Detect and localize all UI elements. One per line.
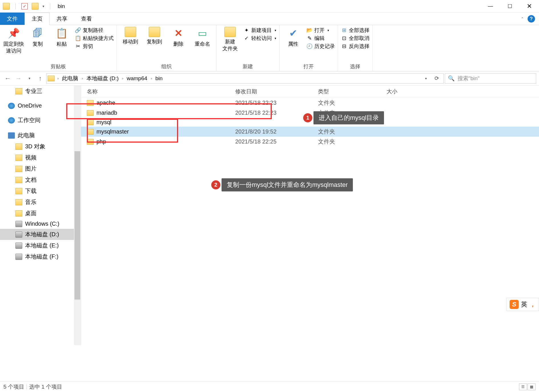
select-none-icon: ⊡ — [341, 35, 347, 41]
recent-dropdown[interactable]: ▾ — [25, 74, 34, 83]
pin-button[interactable]: 📌固定到快 速访问 — [3, 27, 25, 62]
tree-item[interactable]: 专业三 — [0, 86, 81, 97]
forward-button[interactable]: → — [14, 74, 23, 83]
tree-item[interactable]: 3D 对象 — [0, 141, 81, 152]
select-none-button[interactable]: ⊡全部取消 — [341, 35, 369, 42]
annotation-callout: 2 复制一份mysql文件并重命名为mysqlmaster — [222, 178, 353, 191]
select-all-button[interactable]: ⊞全部选择 — [341, 27, 369, 34]
breadcrumb-item[interactable]: wamp64 — [124, 75, 150, 82]
tab-share[interactable]: 共享 — [50, 13, 74, 25]
scrollbar-thumb[interactable] — [75, 151, 80, 300]
tree-item[interactable]: 此电脑 — [0, 130, 81, 141]
tree-item[interactable]: 桌面 — [0, 208, 81, 219]
back-button[interactable]: ← — [3, 74, 13, 83]
help-button[interactable]: ? — [528, 15, 535, 23]
tree-item[interactable]: 本地磁盘 (E:) — [0, 240, 81, 251]
copy-path-button[interactable]: 🔗复制路径 — [75, 27, 114, 34]
folder-icon — [15, 188, 22, 194]
minimize-button[interactable]: — — [481, 0, 500, 13]
tree-item-label: 本地磁盘 (F:) — [25, 253, 59, 260]
address-folder-icon — [48, 76, 55, 81]
qat-divider — [15, 3, 16, 9]
cut-button[interactable]: ✂剪切 — [75, 43, 114, 50]
tab-file[interactable]: 文件 — [0, 13, 25, 25]
column-headers[interactable]: 名称 修改日期 类型 大小 — [81, 86, 539, 98]
properties-button[interactable]: ✔属性 — [282, 27, 304, 62]
file-name: php — [96, 138, 106, 145]
folder-icon — [15, 166, 22, 172]
invert-selection-button[interactable]: ⊟反向选择 — [341, 43, 369, 50]
tree-scrollbar[interactable] — [74, 86, 81, 345]
paste-shortcut-button[interactable]: 📋粘贴快捷方式 — [75, 35, 114, 42]
col-date[interactable]: 修改日期 — [235, 88, 318, 95]
tree-item[interactable]: 下载 — [0, 185, 81, 197]
qat-dropdown-icon[interactable]: ▾ — [43, 4, 44, 8]
paste-button[interactable]: 📋粘贴 — [51, 27, 73, 62]
properties-icon: ✔ — [287, 27, 299, 39]
tree-item[interactable]: 视频 — [0, 152, 81, 163]
easy-access-button[interactable]: ✓轻松访问▾ — [243, 35, 276, 42]
ime-lang: 英 — [521, 300, 527, 309]
tab-home[interactable]: 主页 — [25, 13, 50, 25]
rename-button[interactable]: ▭重命名 — [192, 27, 213, 62]
group-label: 选择 — [341, 62, 369, 70]
tree-item[interactable]: Windows (C:) — [0, 219, 81, 229]
breadcrumb-item[interactable]: 本地磁盘 (D:) — [84, 75, 121, 82]
file-row[interactable]: apache2021/5/18 22:23文件夹 — [81, 98, 539, 108]
view-details-button[interactable]: ☰ — [519, 383, 527, 390]
ime-indicator[interactable]: S 英 ， — [506, 298, 539, 311]
col-name[interactable]: 名称 — [87, 88, 235, 95]
copy-to-button[interactable]: 复制到 — [144, 27, 165, 62]
tab-view[interactable]: 查看 — [74, 13, 99, 25]
file-row[interactable]: php2021/5/18 22:25文件夹 — [81, 137, 539, 147]
address-bar[interactable]: › 此电脑 › 本地磁盘 (D:) › wamp64 › bin ▾ ⟳ — [46, 73, 444, 84]
maximize-button[interactable]: ☐ — [500, 0, 520, 13]
edit-button[interactable]: ✎编辑 — [306, 35, 335, 42]
tree-item[interactable]: 本地磁盘 (F:) — [0, 251, 81, 262]
breadcrumb-item[interactable]: 此电脑 — [60, 75, 81, 82]
close-button[interactable]: ✕ — [520, 0, 539, 13]
tree-item[interactable]: OneDrive — [0, 101, 81, 111]
copy-button[interactable]: 🗐复制 — [27, 27, 49, 62]
open-icon: 📂 — [306, 27, 313, 33]
chevron-right-icon[interactable]: › — [121, 76, 124, 80]
refresh-button[interactable]: ⟳ — [431, 74, 442, 83]
tree-item[interactable]: 文档 — [0, 174, 81, 185]
chevron-right-icon[interactable]: › — [56, 76, 60, 80]
new-item-button[interactable]: ✦新建项目▾ — [243, 27, 276, 34]
ribbon-collapse-icon[interactable]: ⌃ — [521, 17, 524, 21]
tree-item[interactable]: 本地磁盘 (D:) — [0, 229, 81, 240]
up-button[interactable]: ↑ — [35, 74, 45, 83]
open-button[interactable]: 📂打开▾ — [306, 27, 335, 34]
ribbon-group-open: ✔属性 📂打开▾ ✎编辑 🕘历史记录 打开 — [279, 25, 338, 71]
folder-icon — [15, 144, 22, 150]
navigation-bar: ← → ▾ ↑ › 此电脑 › 本地磁盘 (D:) › wamp64 › bin… — [0, 71, 539, 86]
tree-item[interactable]: 图片 — [0, 163, 81, 174]
delete-button[interactable]: ✕删除 — [168, 27, 189, 62]
qat-properties-icon[interactable]: ✓ — [21, 3, 28, 9]
move-to-button[interactable]: 移动到 — [120, 27, 141, 62]
col-size[interactable]: 大小 — [387, 88, 539, 95]
chevron-right-icon[interactable]: › — [150, 76, 153, 80]
folder-icon — [15, 210, 22, 217]
breadcrumb-item[interactable]: bin — [153, 75, 165, 82]
chevron-right-icon[interactable]: › — [81, 76, 84, 80]
history-button[interactable]: 🕘历史记录 — [306, 43, 335, 50]
drive-icon — [15, 243, 22, 249]
title-bar: ✓ ▾ bin — ☐ ✕ — [0, 0, 539, 13]
address-dropdown[interactable]: ▾ — [421, 74, 431, 83]
scissors-icon: ✂ — [75, 43, 81, 49]
tree-item[interactable]: 音乐 — [0, 197, 81, 208]
search-box[interactable]: 🔍 搜索"bin" — [445, 73, 536, 84]
new-folder-button[interactable]: 新建 文件夹 — [219, 27, 241, 62]
col-type[interactable]: 类型 — [318, 88, 387, 95]
tree-item[interactable]: 工作空间 — [0, 115, 81, 126]
paste-icon: 📋 — [55, 27, 68, 39]
view-icons-button[interactable]: ▦ — [528, 383, 536, 390]
drive-icon — [15, 221, 22, 227]
tree-item-label: 音乐 — [25, 198, 37, 206]
tree-item-label: 桌面 — [25, 209, 37, 217]
folder-icon — [87, 139, 94, 145]
file-row[interactable]: mysqlmaster2021/8/20 19:52文件夹 — [81, 127, 539, 137]
qat-folder-icon[interactable] — [32, 3, 39, 10]
